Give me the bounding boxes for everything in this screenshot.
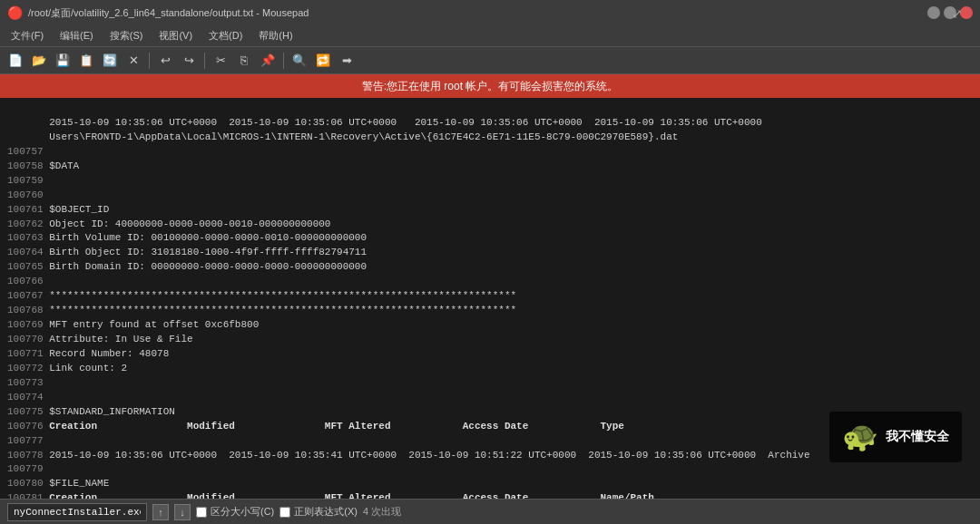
line-100766: 100766 (7, 276, 49, 286)
regex-label[interactable]: 正则表达式(X) (279, 505, 358, 519)
toolbar-sep-2 (204, 53, 205, 69)
new-button[interactable]: 📄 (5, 51, 25, 71)
menu-edit[interactable]: 编辑(E) (53, 27, 101, 44)
line-100768: 100768 *********************************… (7, 305, 516, 315)
expand-button[interactable]: ⤢ (947, 4, 967, 24)
line-100770: 100770 Attribute: In Use & File (7, 334, 193, 344)
line-100760: 100760 (7, 189, 49, 200)
title-bar: 🔴 /root/桌面/volatility_2.6_lin64_standalo… (0, 0, 980, 25)
title-bar-left: 🔴 /root/桌面/volatility_2.6_lin64_standalo… (7, 5, 309, 21)
line-100758: 100758 $DATA (7, 160, 79, 171)
case-sensitive-text: 区分大小写(C) (211, 505, 274, 519)
copy-button[interactable]: ⎘ (234, 51, 254, 71)
line-100764: 100764 Birth Object ID: 31018180-1000-4f… (7, 247, 367, 257)
search-input[interactable] (7, 503, 147, 521)
line-100765: 100765 Birth Domain ID: 00000000-0000-00… (7, 261, 367, 272)
menu-file[interactable]: 文件(F) (4, 27, 51, 44)
line-100775: 100775 $STANDARD_INFORMATION (7, 406, 175, 417)
line-100757: 100757 (7, 146, 49, 157)
menu-view[interactable]: 视图(V) (152, 27, 200, 44)
app-icon: 🔴 (7, 5, 23, 21)
reload-button[interactable]: 🔄 (100, 51, 120, 71)
find-button[interactable]: 🔍 (289, 51, 309, 71)
line-100780: 100780 $FILE_NAME (7, 478, 109, 489)
goto-button[interactable]: ➡ (337, 51, 357, 71)
text-content[interactable]: 2015-10-09 10:35:06 UTC+0000 2015-10-09 … (0, 98, 980, 499)
case-sensitive-checkbox[interactable] (196, 507, 207, 518)
line-100763: 100763 Birth Volume ID: 00100000-0000-00… (7, 232, 367, 243)
app-window: 🔴 /root/桌面/volatility_2.6_lin64_standalo… (0, 0, 980, 524)
line-100771: 100771 Record Number: 48078 (7, 348, 169, 359)
title-text: /root/桌面/volatility_2.6_lin64_standalone… (28, 6, 309, 20)
line-100772: 100772 Link count: 2 (7, 363, 127, 374)
line-top: 2015-10-09 10:35:06 UTC+0000 2015-10-09 … (7, 117, 762, 128)
line-100773: 100773 (7, 377, 49, 388)
line-100762: 100762 Object ID: 40000000-0000-0000-001… (7, 218, 330, 229)
open-button[interactable]: 📂 (29, 51, 49, 71)
line-100781: 100781 Creation Modified MFT Altered Acc… (7, 492, 654, 499)
search-prev-button[interactable]: ↑ (152, 504, 169, 520)
save-as-button[interactable]: 📋 (76, 51, 96, 71)
warning-bar: 警告:您正在使用 root 帐户。有可能会损害您的系统。 (0, 74, 980, 98)
menu-document[interactable]: 文档(D) (201, 27, 250, 44)
replace-button[interactable]: 🔁 (313, 51, 333, 71)
line-100759: 100759 (7, 175, 49, 186)
line-100769: 100769 MFT entry found at offset 0xc6fb8… (7, 319, 259, 330)
line-100777: 100777 (7, 435, 49, 446)
line-100776: 100776 Creation Modified MFT Altered Acc… (7, 421, 624, 432)
cut-button[interactable]: ✂ (211, 51, 230, 71)
undo-button[interactable]: ↩ (155, 51, 175, 71)
search-next-button[interactable]: ↓ (174, 504, 191, 520)
line-100774: 100774 (7, 392, 49, 403)
regex-text: 正则表达式(X) (294, 505, 358, 519)
close-file-button[interactable]: ✕ (123, 51, 143, 71)
statusbar: ↑ ↓ 区分大小写(C) 正则表达式(X) 4 次出现 (0, 499, 980, 524)
redo-button[interactable]: ↪ (179, 51, 199, 71)
toolbar: 📄 📂 💾 📋 🔄 ✕ ↩ ↪ ✂ ⎘ 📌 🔍 🔁 ➡ ⤢ (0, 47, 980, 74)
warning-text: 警告:您正在使用 root 帐户。有可能会损害您的系统。 (362, 79, 619, 94)
match-count: 4 次出现 (363, 505, 401, 519)
line-header-path: Users\FRONTD-1\AppData\Local\MICROS-1\IN… (7, 131, 678, 142)
menu-search[interactable]: 搜索(S) (103, 27, 151, 44)
line-100779: 100779 (7, 463, 49, 474)
line-100761: 100761 $OBJECT_ID (7, 204, 109, 215)
toolbar-sep-3 (283, 53, 284, 69)
menu-bar: 文件(F) 编辑(E) 搜索(S) 视图(V) 文档(D) 帮助(H) (0, 25, 980, 47)
line-100767: 100767 *********************************… (7, 290, 516, 301)
content-area[interactable]: 2015-10-09 10:35:06 UTC+0000 2015-10-09 … (0, 98, 980, 499)
save-button[interactable]: 💾 (53, 51, 73, 71)
toolbar-sep-1 (149, 53, 150, 69)
line-100778: 100778 2015-10-09 10:35:06 UTC+0000 2015… (7, 450, 810, 461)
regex-checkbox[interactable] (279, 507, 290, 518)
menu-help[interactable]: 帮助(H) (251, 27, 299, 44)
minimize-button[interactable] (927, 6, 940, 19)
case-sensitive-label[interactable]: 区分大小写(C) (196, 505, 274, 519)
paste-button[interactable]: 📌 (258, 51, 278, 71)
